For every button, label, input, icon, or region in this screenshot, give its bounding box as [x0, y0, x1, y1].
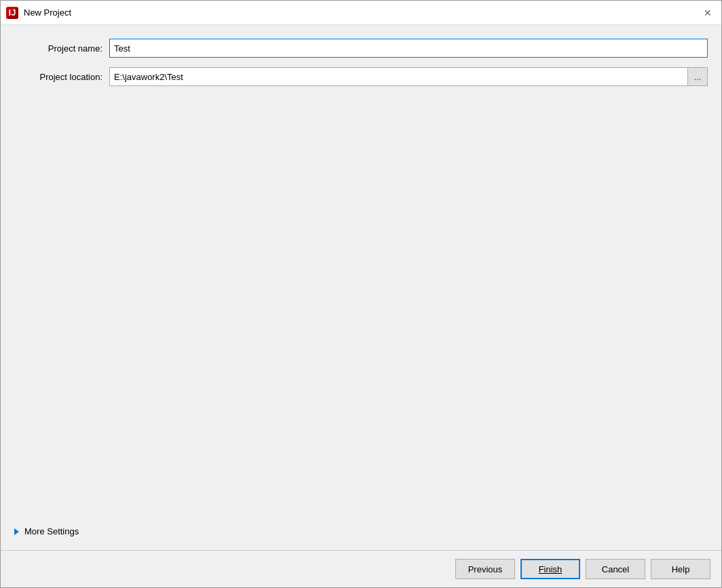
- content-area: Project name: Project location: ... More…: [1, 25, 721, 550]
- more-settings-toggle[interactable]: More Settings: [14, 520, 708, 543]
- title-bar-left: IJ New Project: [6, 7, 71, 19]
- project-location-row: Project location: ...: [14, 67, 708, 86]
- project-location-field-group: ...: [109, 67, 708, 86]
- cancel-button[interactable]: Cancel: [586, 559, 645, 579]
- previous-button[interactable]: Previous: [455, 559, 515, 579]
- new-project-dialog: IJ New Project ✕ Project name: Project l…: [0, 0, 722, 588]
- project-name-row: Project name:: [14, 39, 708, 58]
- finish-button[interactable]: Finish: [520, 559, 580, 579]
- project-location-input[interactable]: [109, 67, 687, 86]
- browse-button[interactable]: ...: [687, 67, 708, 86]
- title-bar: IJ New Project ✕: [1, 1, 721, 25]
- app-icon: IJ: [6, 7, 18, 19]
- more-settings-label: More Settings: [24, 526, 79, 536]
- help-button[interactable]: Help: [651, 559, 710, 579]
- content-spacer: [14, 96, 708, 520]
- project-name-label: Project name:: [14, 43, 109, 54]
- more-settings-arrow-icon: [14, 528, 19, 535]
- dialog-title: New Project: [24, 7, 71, 18]
- close-button[interactable]: ✕: [700, 5, 716, 21]
- bottom-bar: Previous Finish Cancel Help: [1, 550, 721, 587]
- project-name-input[interactable]: [109, 39, 708, 58]
- project-location-label: Project location:: [14, 72, 109, 82]
